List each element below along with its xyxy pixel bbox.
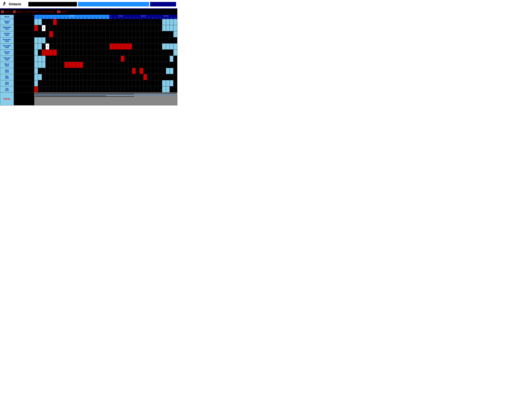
black-oct-2018	[14, 31, 34, 37]
mar-b6	[53, 62, 57, 68]
apr-e1	[155, 68, 158, 74]
nov-b2	[38, 37, 42, 44]
sep-b4	[46, 25, 49, 31]
apr-b17	[95, 68, 98, 74]
jun-b18	[98, 80, 102, 86]
dec-b20	[106, 44, 109, 50]
col-num-3: 3	[42, 17, 46, 19]
jan-b10	[68, 50, 72, 56]
nov-b10	[68, 37, 72, 44]
feb-b18	[98, 56, 102, 62]
legend-box-1	[1, 11, 4, 13]
aug-c2	[113, 19, 117, 25]
nov-e2	[158, 37, 162, 44]
jul-c3	[117, 86, 121, 93]
col-num-d2: 2	[136, 17, 140, 19]
apr-c5	[125, 68, 128, 74]
sep-b19	[102, 25, 106, 31]
aug-d4	[143, 19, 147, 25]
dec-c2	[113, 44, 117, 50]
nov-d3	[140, 37, 143, 44]
sep-b20	[106, 25, 109, 31]
aug-b16	[91, 19, 95, 25]
jun-b6	[53, 80, 57, 86]
oct-b19	[102, 31, 106, 37]
jan-d5	[147, 50, 151, 56]
header: Ontario	[0, 0, 177, 9]
mar-b14	[83, 62, 87, 68]
sep-b17	[95, 25, 98, 31]
apr-c6	[128, 68, 132, 74]
feb-b6	[53, 56, 57, 62]
jun-e1	[155, 80, 158, 86]
mar-b2	[38, 62, 42, 68]
dec-b14	[83, 44, 87, 50]
jun-d4	[143, 80, 147, 86]
oct-b7	[57, 31, 61, 37]
dec-b8	[61, 44, 64, 50]
group-b-header: Group B	[34, 15, 110, 17]
row-march-2019: March2019	[0, 62, 177, 68]
jun-b1	[34, 80, 38, 86]
dec-b9	[64, 44, 68, 50]
sep-c4	[121, 25, 124, 31]
nov-d2	[136, 37, 140, 44]
aug-c4	[121, 19, 124, 25]
jan-b11	[72, 50, 76, 56]
oct-e1	[155, 31, 158, 37]
sep-b1	[34, 25, 38, 31]
logo-text: Ontario	[9, 2, 21, 6]
col-num-e1: 1	[155, 17, 158, 19]
col-num-c3: 3	[117, 17, 121, 19]
logo-area: Ontario	[1, 1, 27, 7]
apr-d6	[151, 68, 155, 74]
mar-b9	[64, 62, 68, 68]
oct-b20	[106, 31, 109, 37]
jul-b5	[49, 86, 53, 93]
nov-b6	[53, 37, 57, 44]
dec-b1	[34, 44, 38, 50]
legend-row: Legend 1 Legend 2 Legend 3 Legend 4 Lege…	[0, 9, 177, 15]
apr-b16	[91, 68, 95, 74]
col-num-13: 13	[79, 17, 83, 19]
dec-d6	[151, 44, 155, 50]
total-black	[14, 93, 34, 105]
total-data	[34, 93, 177, 105]
month-label-june-2019: June2019	[0, 80, 14, 86]
jun-b3	[42, 80, 46, 86]
row-june-2019: June2019	[0, 80, 177, 86]
apr-b14	[83, 68, 87, 74]
may-d1	[132, 74, 136, 80]
sep-b16	[91, 25, 95, 31]
jan-e6	[173, 50, 177, 56]
aug-b4	[46, 19, 49, 25]
aug-c3	[117, 19, 121, 25]
may-d6	[151, 74, 155, 80]
jul-c6	[128, 86, 132, 93]
month-label-december-2018: December2018	[0, 44, 14, 50]
nov-b12	[76, 37, 79, 44]
may-b1	[34, 74, 38, 80]
aug-b8	[61, 19, 64, 25]
col-header-row: Month Group B Group C Group D Group E	[0, 15, 177, 17]
nov-b1	[34, 37, 38, 44]
apr-b1	[34, 68, 38, 74]
month-header: Month	[0, 15, 14, 19]
aug-b6	[53, 19, 57, 25]
apr-c4	[121, 68, 124, 74]
jul-b6	[53, 86, 57, 93]
oct-c4	[121, 31, 124, 37]
jul-b16	[91, 86, 95, 93]
feb-d1	[132, 56, 136, 62]
legend-box-2	[13, 11, 16, 13]
oct-e6	[173, 31, 177, 37]
aug-b7	[57, 19, 61, 25]
jan-c6	[128, 50, 132, 56]
jul-b4	[46, 86, 49, 93]
jan-b16	[91, 50, 95, 56]
apr-b4	[46, 68, 49, 74]
mar-d2	[136, 62, 140, 68]
oct-c6	[128, 31, 132, 37]
mar-b7	[57, 62, 61, 68]
aug-b2	[38, 19, 42, 25]
